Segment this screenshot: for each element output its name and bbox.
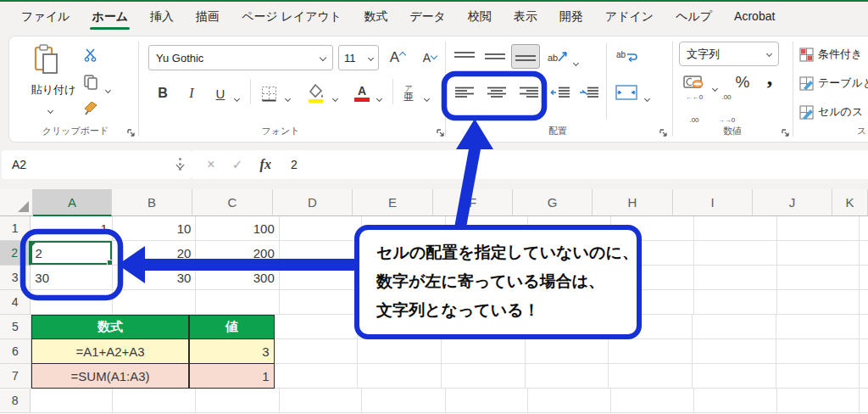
decrease-decimal-button[interactable]: .00 →→0 [713,98,740,120]
borders-button[interactable] [257,81,281,106]
cell-J6[interactable] [776,339,860,364]
font-color-dropdown-chevron[interactable] [377,89,381,104]
cell-J2[interactable] [777,241,860,266]
cell-I7[interactable] [693,364,776,389]
cell-H8[interactable] [611,389,694,413]
cell-B1[interactable]: 10 [113,216,196,241]
cell-I4[interactable] [694,290,776,315]
cell-I2[interactable] [694,241,776,266]
cell-C3[interactable]: 300 [196,266,279,290]
cell-D2[interactable] [280,241,362,266]
cut-button[interactable] [81,47,101,64]
increase-font-size-button[interactable]: A [384,45,411,70]
cell-B2[interactable]: 20 [113,241,196,266]
cell-C5-value-header[interactable]: 値 [189,315,274,339]
cell-D6[interactable] [275,339,358,364]
format-as-table-button[interactable]: テーブルと [799,76,868,91]
row-header-1[interactable]: 1 [0,216,31,241]
row-header-8[interactable]: 8 [0,389,31,413]
select-all-corner[interactable] [0,189,33,216]
italic-button[interactable]: I [181,81,203,106]
row-header-6[interactable]: 6 [0,339,31,364]
align-left-button[interactable] [452,81,477,104]
cell-J5[interactable] [776,315,860,339]
borders-dropdown-chevron[interactable] [286,89,290,104]
column-header-k[interactable]: K [832,189,868,216]
tab-file[interactable]: ファイル [10,2,81,32]
cell-K2[interactable] [860,241,868,266]
cell-I1[interactable] [694,216,776,241]
cell-D7[interactable] [275,364,358,389]
cell-B3[interactable]: 30 [113,266,196,290]
cell-A8[interactable] [31,389,113,413]
paste-button[interactable] [28,43,65,76]
cell-K6[interactable] [860,339,868,364]
cell-J7[interactable] [776,364,860,389]
fill-color-button[interactable] [304,81,328,106]
row-header-7[interactable]: 7 [0,364,31,389]
cell-F8[interactable] [446,389,528,413]
name-box[interactable]: A2 [2,150,192,179]
increase-decimal-button[interactable]: ←←0 .00 [681,98,708,120]
row-header-4[interactable]: 4 [0,290,31,315]
comma-style-button[interactable]: , [760,65,779,91]
cancel-icon[interactable]: × [207,157,214,172]
cell-G7[interactable] [526,364,609,389]
column-header-c[interactable]: C [192,189,273,216]
name-box-chevron[interactable] [176,160,185,169]
cell-D4[interactable] [280,290,362,315]
cell-C4[interactable] [196,290,279,315]
cell-E6[interactable] [358,339,442,364]
number-format-combo[interactable]: 文字列 [679,42,779,66]
row-header-5[interactable]: 5 [0,315,31,339]
cell-I5[interactable] [693,315,776,339]
cell-D1[interactable] [280,216,362,241]
cell-J1[interactable] [777,216,860,241]
cell-K3[interactable] [860,266,868,290]
font-dialog-launcher[interactable] [436,128,445,137]
cell-I6[interactable] [693,339,776,364]
wrap-text-button[interactable]: ab [613,47,640,69]
cell-C2[interactable]: 200 [196,241,279,266]
row-header-3[interactable]: 3 [0,266,31,290]
column-header-e[interactable]: E [353,189,433,216]
cell-D5[interactable] [275,315,358,339]
cell-E7[interactable] [358,364,442,389]
tab-view[interactable]: 表示 [503,2,548,32]
copy-dropdown-chevron[interactable] [106,81,110,96]
column-header-i[interactable]: I [673,189,753,216]
conditional-formatting-button[interactable]: 条件付き [799,47,862,62]
formula-input[interactable]: 2 [280,150,868,179]
fill-color-dropdown-chevron[interactable] [333,89,337,104]
cell-K7[interactable] [860,364,868,389]
column-header-d[interactable]: D [273,189,353,216]
cell-H7[interactable] [609,364,693,389]
tab-page-layout[interactable]: ページ レイアウト [231,2,353,32]
paste-dropdown-chevron[interactable] [48,101,53,116]
cell-A1[interactable]: 1 [31,216,113,241]
cell-D8[interactable] [280,389,362,413]
phonetic-guide-button[interactable]: ア 亜 [398,79,420,106]
cell-A2-selected[interactable]: 2 [31,241,113,266]
copy-button[interactable] [81,74,101,91]
format-painter-button[interactable] [81,99,101,116]
cell-C1[interactable]: 100 [196,216,279,241]
align-center-button[interactable] [484,81,509,104]
cell-B4[interactable] [113,290,196,315]
cell-F7[interactable] [442,364,525,389]
accounting-dropdown-chevron[interactable] [713,79,717,94]
cell-E8[interactable] [362,389,445,413]
font-name-combo[interactable]: Yu Gothic [148,45,333,70]
underline-dropdown-chevron[interactable] [235,89,239,104]
paste-label[interactable]: 貼り付け [21,82,86,98]
top-align-button[interactable] [452,47,477,67]
cell-F6[interactable] [442,339,525,364]
cell-A3[interactable]: 30 [31,266,113,290]
decrease-font-size-button[interactable]: A [416,45,443,70]
alignment-dialog-launcher[interactable] [659,128,668,137]
tab-formulas[interactable]: 数式 [353,2,398,32]
cell-A4[interactable] [31,290,113,315]
cell-A6-B6-merged-formula[interactable]: =A1+A2+A3 [31,339,190,364]
decrease-indent-button[interactable] [548,81,572,104]
tab-insert[interactable]: 挿入 [139,2,185,32]
